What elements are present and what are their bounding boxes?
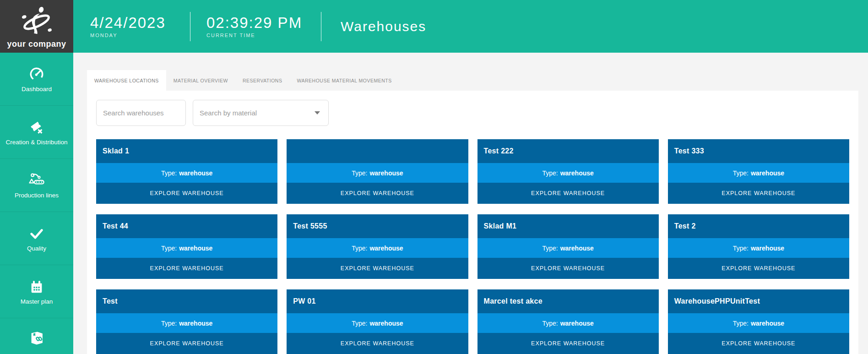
type-value: warehouse — [179, 245, 212, 252]
type-label: Type: — [542, 245, 558, 252]
top-header: 4/24/2023 MONDAY 02:39:29 PM CURRENT TIM… — [73, 0, 868, 53]
warehouse-type-row: Type:warehouse — [477, 238, 659, 258]
warehouse-card: Test 333 Type:warehouse EXPLORE WAREHOUS… — [668, 139, 849, 204]
ticket-tools-icon — [29, 119, 44, 136]
warehouse-name: Test — [96, 289, 277, 313]
type-value: warehouse — [179, 169, 212, 177]
sidebar-item-creation-distribution[interactable]: Creation & Distribution — [0, 106, 73, 159]
sidebar-item-production-lines[interactable]: Production lines — [0, 159, 73, 212]
explore-warehouse-button[interactable]: EXPLORE WAREHOUSE — [477, 183, 659, 204]
warehouse-card: PW 01 Type:warehouse EXPLORE WAREHOUSE — [287, 289, 468, 354]
header-divider — [190, 12, 190, 41]
type-value: warehouse — [751, 169, 784, 177]
brand-name: your company — [7, 39, 66, 49]
type-label: Type: — [733, 320, 749, 327]
warehouse-card: Test 2 Type:warehouse EXPLORE WAREHOUSE — [668, 214, 849, 279]
type-label: Type: — [542, 320, 558, 327]
warehouse-type-row: Type:warehouse — [96, 238, 277, 258]
explore-warehouse-button[interactable]: EXPLORE WAREHOUSE — [668, 258, 849, 279]
search-warehouses-input[interactable] — [96, 100, 186, 126]
warehouse-name: Sklad M1 — [477, 214, 659, 238]
warehouse-type-row: Type:warehouse — [96, 313, 277, 333]
warehouse-box-icon — [27, 328, 46, 346]
company-logo-icon — [17, 5, 56, 38]
type-value: warehouse — [560, 320, 594, 327]
sidebar-item-label: Quality — [25, 245, 48, 252]
warehouse-name: PW 01 — [287, 289, 468, 313]
tab-reservations[interactable]: RESERVATIONS — [235, 70, 290, 91]
sidebar-item-label: Dashboard — [20, 86, 54, 93]
type-label: Type: — [352, 320, 367, 327]
app-window: your company Dashboard — [0, 0, 868, 354]
type-value: warehouse — [560, 169, 594, 177]
warehouse-type-row: Type:warehouse — [96, 163, 277, 183]
sidebar-item-quality[interactable]: Quality — [0, 212, 73, 265]
explore-warehouse-button[interactable]: EXPLORE WAREHOUSE — [477, 333, 659, 354]
checkmark-icon — [28, 225, 45, 242]
date-block: 4/24/2023 MONDAY — [90, 15, 190, 38]
sidebar-item-master-plan[interactable]: Master plan — [0, 265, 73, 318]
current-date: 4/24/2023 — [90, 15, 190, 31]
type-label: Type: — [161, 245, 177, 252]
search-by-material-select[interactable]: Search by material — [193, 100, 329, 126]
sidebar-item-warehouses[interactable] — [0, 318, 73, 354]
type-value: warehouse — [751, 320, 784, 327]
explore-warehouse-button[interactable]: EXPLORE WAREHOUSE — [668, 183, 849, 204]
explore-warehouse-button[interactable]: EXPLORE WAREHOUSE — [96, 333, 277, 354]
warehouse-type-row: Type:warehouse — [287, 238, 468, 258]
tab-warehouse-material-movements[interactable]: WAREHOUSE MATERIAL MOVEMENTS — [289, 70, 399, 91]
type-label: Type: — [161, 169, 177, 177]
main-area: 4/24/2023 MONDAY 02:39:29 PM CURRENT TIM… — [73, 0, 868, 354]
type-label: Type: — [733, 245, 749, 252]
explore-warehouse-button[interactable]: EXPLORE WAREHOUSE — [668, 333, 849, 354]
type-value: warehouse — [369, 169, 403, 177]
tab-warehouse-locations[interactable]: WAREHOUSE LOCATIONS — [87, 70, 166, 91]
content-area: WAREHOUSE LOCATIONS MATERIAL OVERVIEW RE… — [73, 53, 868, 354]
warehouse-name: Sklad 1 — [96, 139, 277, 163]
warehouse-card: Test 5555 Type:warehouse EXPLORE WAREHOU… — [287, 214, 468, 279]
warehouse-name: Test 333 — [668, 139, 849, 163]
type-value: warehouse — [369, 245, 403, 252]
warehouse-name: Test 2 — [668, 214, 849, 238]
page-title: Warehouses — [341, 19, 426, 34]
gauge-icon — [29, 65, 44, 83]
warehouse-card: Test Type:warehouse EXPLORE WAREHOUSE — [96, 289, 277, 354]
tab-material-overview[interactable]: MATERIAL OVERVIEW — [166, 70, 235, 91]
warehouse-type-row: Type:warehouse — [287, 163, 468, 183]
type-label: Type: — [352, 245, 367, 252]
sidebar-item-dashboard[interactable]: Dashboard — [0, 53, 73, 106]
explore-warehouse-button[interactable]: EXPLORE WAREHOUSE — [287, 333, 468, 354]
warehouse-card: Marcel test akce Type:warehouse EXPLORE … — [477, 289, 659, 354]
warehouse-name — [287, 139, 468, 163]
warehouse-type-row: Type:warehouse — [287, 313, 468, 333]
sidebar: your company Dashboard — [0, 0, 73, 354]
time-block: 02:39:29 PM CURRENT TIME — [206, 15, 321, 38]
calendar-icon — [29, 278, 44, 295]
explore-warehouse-button[interactable]: EXPLORE WAREHOUSE — [96, 258, 277, 279]
explore-warehouse-button[interactable]: EXPLORE WAREHOUSE — [287, 258, 468, 279]
sidebar-item-label: Creation & Distribution — [4, 139, 69, 146]
company-logo[interactable]: your company — [0, 0, 73, 53]
warehouse-type-row: Type:warehouse — [668, 313, 849, 333]
warehouse-type-row: Type:warehouse — [477, 163, 659, 183]
type-value: warehouse — [560, 245, 594, 252]
warehouse-card: Test 222 Type:warehouse EXPLORE WAREHOUS… — [477, 139, 659, 204]
warehouse-card: Sklad 1 Type:warehouse EXPLORE WAREHOUSE — [96, 139, 277, 204]
type-value: warehouse — [179, 320, 212, 327]
warehouse-name: Marcel test akce — [477, 289, 659, 313]
type-value: warehouse — [751, 245, 784, 252]
type-label: Type: — [733, 169, 749, 177]
warehouse-type-row: Type:warehouse — [668, 238, 849, 258]
warehouse-card-grid: Sklad 1 Type:warehouse EXPLORE WAREHOUSE… — [96, 139, 849, 354]
warehouse-name: Test 5555 — [287, 214, 468, 238]
type-label: Type: — [542, 169, 558, 177]
explore-warehouse-button[interactable]: EXPLORE WAREHOUSE — [287, 183, 468, 204]
warehouse-type-row: Type:warehouse — [668, 163, 849, 183]
select-placeholder: Search by material — [200, 109, 257, 117]
warehouse-card: WarehousePHPUnitTest Type:warehouse EXPL… — [668, 289, 849, 354]
explore-warehouse-button[interactable]: EXPLORE WAREHOUSE — [96, 183, 277, 204]
warehouse-card: Sklad M1 Type:warehouse EXPLORE WAREHOUS… — [477, 214, 659, 279]
explore-warehouse-button[interactable]: EXPLORE WAREHOUSE — [477, 258, 659, 279]
warehouse-locations-panel: Search by material Sklad 1 Type:warehous… — [87, 91, 858, 354]
warehouse-card: Test 44 Type:warehouse EXPLORE WAREHOUSE — [96, 214, 277, 279]
